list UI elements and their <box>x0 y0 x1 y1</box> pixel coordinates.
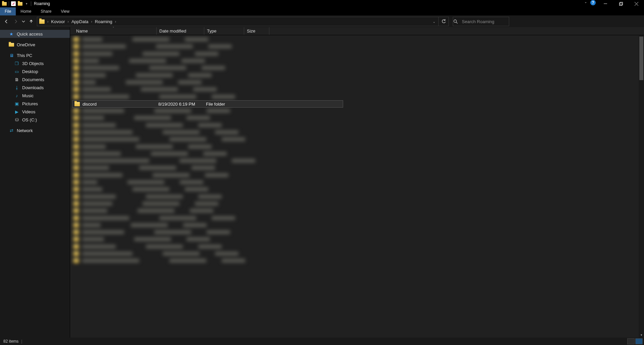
view-details-button[interactable] <box>627 338 635 344</box>
file-row-selected[interactable]: discord 8/19/2020 6:19 PM File folder <box>72 100 343 108</box>
up-button[interactable] <box>27 17 36 26</box>
navpane-this-pc[interactable]: 🖥 This PC <box>0 51 70 59</box>
file-rows[interactable]: discord 8/19/2020 6:19 PM File folder ▾ <box>70 35 644 338</box>
navpane-onedrive[interactable]: OneDrive <box>0 41 70 49</box>
vertical-scrollbar[interactable]: ▾ <box>639 35 644 338</box>
breadcrumb-segment[interactable]: AppData <box>69 19 91 24</box>
address-folder-icon <box>39 19 45 24</box>
column-header-date[interactable]: Date modified <box>157 27 204 35</box>
drive-icon: ⛁ <box>14 117 19 122</box>
scroll-down-icon[interactable]: ▾ <box>639 332 644 338</box>
help-icon[interactable]: ? <box>590 0 596 5</box>
column-label: Size <box>247 28 255 34</box>
ribbon-tabs: File Home Share View <box>0 7 644 16</box>
picture-icon: ▣ <box>14 101 19 106</box>
title-bar: ▾ Roaming ⌄ ? <box>0 0 644 7</box>
chevron-right-icon[interactable]: › <box>67 20 69 23</box>
breadcrumb-segment[interactable]: Roaming <box>93 19 114 24</box>
chevron-right-icon[interactable]: › <box>47 20 49 23</box>
tab-view[interactable]: View <box>56 7 74 15</box>
file-type: File folder <box>206 102 246 107</box>
column-header-type[interactable]: Type <box>204 27 244 35</box>
address-bar[interactable]: › Kovoor › AppData › Roaming › ⌄ <box>37 17 449 26</box>
column-label: Type <box>207 28 216 34</box>
blurred-rows <box>73 36 255 265</box>
svg-rect-1 <box>619 3 622 5</box>
file-list-pane: ˄ Name Date modified Type Size discord 8… <box>70 27 644 338</box>
scrollbar-thumb[interactable] <box>639 37 643 80</box>
qat-newfolder-icon[interactable] <box>18 2 22 6</box>
folder-icon <box>74 102 80 106</box>
column-headers: ˄ Name Date modified Type Size <box>70 27 644 35</box>
network-icon: ⇄ <box>9 128 14 133</box>
separator: | <box>21 339 22 344</box>
address-history-dropdown[interactable]: ⌄ <box>430 20 438 23</box>
navpane-label: Music <box>22 93 34 98</box>
navpane-drive-c[interactable]: ⛁ OS (C:) <box>0 116 70 124</box>
view-large-icons-button[interactable] <box>635 338 643 344</box>
navpane-downloads[interactable]: ⭳ Downloads <box>0 83 70 92</box>
navpane-label: This PC <box>17 53 32 58</box>
download-icon: ⭳ <box>14 85 19 90</box>
ribbon-collapse-icon[interactable]: ⌄ <box>582 0 589 7</box>
navigation-bar: › Kovoor › AppData › Roaming › ⌄ <box>0 16 644 27</box>
breadcrumb-segment[interactable]: Kovoor <box>49 19 67 24</box>
window-title: Roaming <box>31 1 50 6</box>
column-label: Date modified <box>159 28 186 34</box>
navpane-pictures[interactable]: ▣ Pictures <box>0 100 70 108</box>
chevron-right-icon[interactable]: › <box>90 20 93 23</box>
navpane-label: OS (C:) <box>22 117 37 122</box>
navpane-label: Network <box>17 128 33 133</box>
column-header-size[interactable]: Size <box>244 27 269 35</box>
monitor-icon: 🖥 <box>9 53 14 58</box>
tab-home[interactable]: Home <box>16 7 36 15</box>
navpane-label: Downloads <box>22 85 44 90</box>
navpane-videos[interactable]: ▶ Videos <box>0 108 70 116</box>
recent-locations-button[interactable] <box>21 17 26 26</box>
onedrive-icon <box>9 43 14 47</box>
navpane-desktop[interactable]: ▭ Desktop <box>0 67 70 75</box>
navpane-label: Desktop <box>22 69 38 74</box>
navpane-quick-access[interactable]: ★ Quick access <box>0 30 70 38</box>
navpane-3d-objects[interactable]: ❒ 3D Objects <box>0 59 70 67</box>
navpane-network[interactable]: ⇄ Network <box>0 126 70 134</box>
separator <box>9 1 9 6</box>
cube-icon: ❒ <box>14 61 19 66</box>
search-box[interactable] <box>453 17 509 26</box>
navpane-documents[interactable]: 🗎 Documents <box>0 75 70 83</box>
navpane-label: OneDrive <box>17 42 35 47</box>
refresh-button[interactable] <box>438 17 448 26</box>
navpane-label: Documents <box>22 77 44 82</box>
search-icon <box>453 19 462 24</box>
navpane-label: Pictures <box>22 101 38 106</box>
main-area: ★ Quick access OneDrive 🖥 This PC ❒ 3D O… <box>0 27 644 338</box>
navpane-label: 3D Objects <box>22 61 44 66</box>
status-item-count: 82 items <box>3 339 18 344</box>
video-icon: ▶ <box>14 109 19 114</box>
column-header-name[interactable]: ˄ Name <box>70 27 157 35</box>
file-date: 8/19/2020 6:19 PM <box>158 102 206 107</box>
navpane-music[interactable]: ♪ Music <box>0 92 70 100</box>
music-icon: ♪ <box>14 93 19 98</box>
column-label: Name <box>76 28 88 34</box>
search-input[interactable] <box>462 19 505 24</box>
navigation-pane: ★ Quick access OneDrive 🖥 This PC ❒ 3D O… <box>0 27 70 338</box>
svg-line-6 <box>456 22 458 23</box>
back-button[interactable] <box>2 17 11 26</box>
svg-point-5 <box>454 20 457 22</box>
tab-file[interactable]: File <box>0 7 16 15</box>
navpane-label: Quick access <box>17 32 43 37</box>
sort-ascending-icon: ˄ <box>113 26 114 30</box>
forward-button[interactable] <box>11 17 20 26</box>
qat-dropdown-icon[interactable]: ▾ <box>24 2 29 5</box>
minimize-button[interactable] <box>598 0 613 7</box>
chevron-right-icon[interactable]: › <box>114 20 117 23</box>
app-folder-icon <box>2 2 7 6</box>
tab-share[interactable]: Share <box>36 7 56 15</box>
file-name: discord <box>83 102 158 107</box>
close-button[interactable] <box>629 0 644 7</box>
maximize-button[interactable] <box>613 0 629 7</box>
star-icon: ★ <box>9 31 14 37</box>
qat-properties-icon[interactable] <box>11 1 16 6</box>
document-icon: 🗎 <box>14 77 19 82</box>
